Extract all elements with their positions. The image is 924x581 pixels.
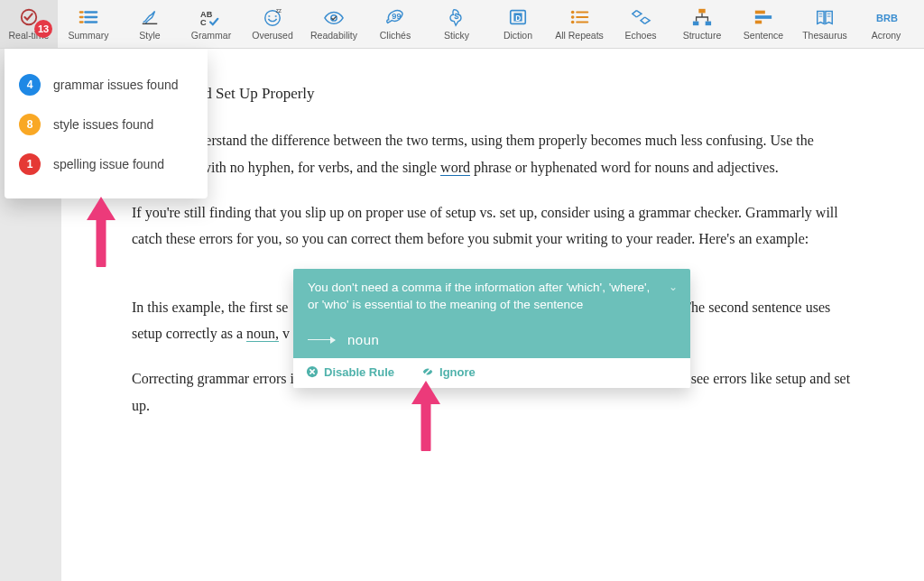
tool-label: Summary — [69, 30, 109, 41]
tool-summary[interactable]: Summary — [58, 0, 119, 48]
style-icon — [137, 7, 162, 27]
svg-rect-18 — [755, 15, 772, 19]
dropdown-label: spelling issue found — [53, 157, 164, 171]
dropdown-row-spelling[interactable]: 1 spelling issue found — [19, 144, 193, 184]
tool-allrepeats[interactable]: All Repeats — [549, 0, 610, 48]
svg-rect-14 — [698, 9, 705, 14]
tool-label: Grammar — [191, 30, 231, 41]
suggestion-actions: Disable Rule Ignore — [293, 358, 690, 388]
allrepeats-icon — [567, 7, 592, 27]
svg-text:$: $ — [454, 12, 458, 21]
svg-text:zz: zz — [276, 7, 282, 14]
tool-overused[interactable]: zz Overused — [242, 0, 303, 48]
svg-text:99: 99 — [392, 12, 401, 21]
dropdown-label: style issues found — [53, 117, 153, 132]
close-circle-icon — [306, 365, 319, 378]
sticky-icon: $ — [444, 7, 469, 27]
tool-thesaurus[interactable]: Thesaurus — [794, 0, 855, 48]
suggestion-popup: You don't need a comma if the informatio… — [293, 269, 690, 388]
flagged-noun[interactable]: noun, — [246, 326, 279, 342]
dropdown-label: grammar issues found — [53, 78, 179, 92]
tool-label: Echoes — [624, 30, 656, 41]
suggestion-message: You don't need a comma if the informatio… — [293, 269, 690, 325]
svg-rect-19 — [755, 21, 762, 24]
tool-label: Clichés — [380, 30, 411, 41]
arrow-right-icon — [308, 339, 335, 340]
svg-point-12 — [571, 15, 575, 19]
ignore-button[interactable]: Ignore — [421, 365, 476, 379]
summary-icon — [76, 7, 101, 27]
annotation-arrow-2 — [408, 379, 444, 455]
tool-acronyms[interactable]: BRB Acrony — [855, 0, 917, 48]
diction-icon: D — [505, 7, 531, 27]
svg-rect-17 — [755, 11, 765, 14]
tool-realtime[interactable]: Real-time 13 — [0, 0, 58, 48]
eye-off-icon — [421, 365, 434, 378]
tool-label: Overused — [252, 30, 293, 41]
tool-diction[interactable]: D Diction — [487, 0, 549, 48]
echoes-icon — [628, 7, 653, 27]
realtime-badge: 13 — [34, 20, 52, 38]
overused-icon: zz — [260, 7, 285, 27]
tool-label: Structure — [683, 30, 722, 41]
doc-paragraph-2: If you're still finding that you slip up… — [132, 199, 861, 253]
tool-cliches[interactable]: 99 Clichés — [365, 0, 426, 48]
tool-readability[interactable]: Readability — [303, 0, 365, 48]
cliches-icon: 99 — [383, 7, 408, 27]
flagged-word[interactable]: word — [440, 160, 470, 176]
svg-text:BRB: BRB — [876, 13, 898, 23]
realtime-dropdown: 4 grammar issues found 8 style issues fo… — [5, 49, 208, 198]
count-badge: 1 — [19, 153, 41, 175]
sentence-icon — [751, 7, 776, 27]
tool-label: Acrony — [872, 30, 901, 41]
acronyms-icon: BRB — [873, 7, 899, 27]
svg-rect-15 — [693, 22, 698, 26]
tool-sentence[interactable]: Sentence — [733, 0, 794, 48]
chevron-down-icon[interactable]: ⌄ — [669, 280, 678, 295]
annotation-arrow-1 — [83, 195, 119, 271]
tool-label: Diction — [504, 30, 532, 41]
svg-text:D: D — [515, 14, 521, 23]
svg-point-13 — [571, 21, 575, 24]
tool-label: Sticky — [444, 30, 469, 41]
tool-echoes[interactable]: Echoes — [610, 0, 671, 48]
toolbar: Real-time 13 Summary Style ABC Grammar z… — [0, 0, 924, 49]
svg-text:C: C — [200, 18, 207, 27]
thesaurus-icon — [812, 7, 837, 27]
readability-icon — [321, 7, 346, 27]
grammar-icon: ABC — [199, 7, 224, 27]
disable-rule-button[interactable]: Disable Rule — [306, 365, 394, 379]
dropdown-row-style[interactable]: 8 style issues found — [19, 105, 193, 144]
tool-label: Thesaurus — [802, 30, 847, 41]
tool-style[interactable]: Style — [119, 0, 180, 48]
tool-structure[interactable]: Structure — [671, 0, 733, 48]
doc-paragraph-1: ---------- understand the difference bet… — [132, 127, 861, 180]
suggestion-replacement[interactable]: noun — [293, 325, 690, 358]
tool-label: Style — [139, 30, 160, 41]
svg-point-11 — [571, 11, 575, 14]
count-badge: 4 — [19, 74, 41, 96]
tool-label: Sentence — [744, 30, 783, 41]
tool-sticky[interactable]: $ Sticky — [426, 0, 487, 48]
doc-heading: .... Setup and Set Up Properly — [132, 79, 861, 107]
tool-label: Readability — [310, 30, 357, 41]
count-badge: 8 — [19, 114, 41, 135]
svg-rect-16 — [706, 22, 711, 26]
dropdown-row-grammar[interactable]: 4 grammar issues found — [19, 65, 193, 105]
tool-label: All Repeats — [555, 30, 604, 41]
structure-icon — [689, 7, 715, 27]
tool-grammar[interactable]: ABC Grammar — [180, 0, 242, 48]
